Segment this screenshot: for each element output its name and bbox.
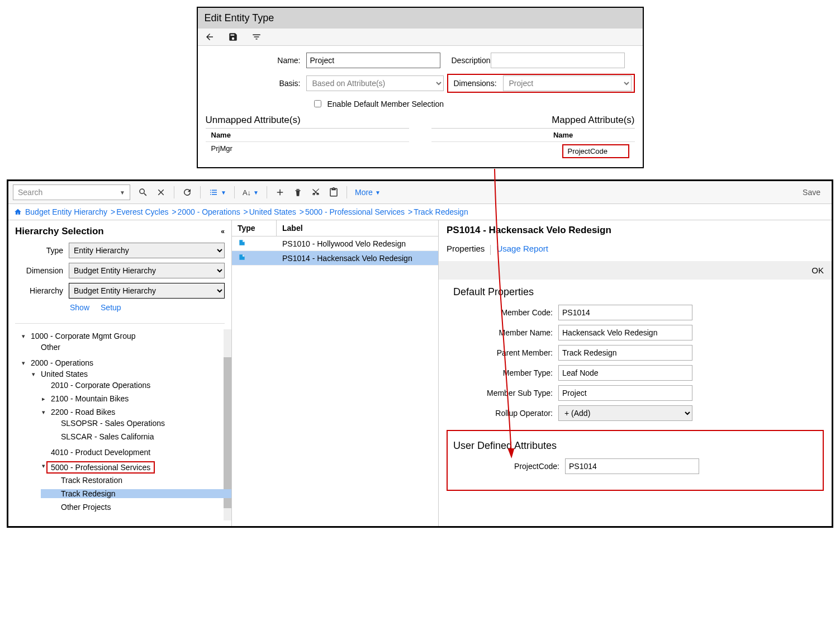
- leaf-icon: [238, 239, 246, 247]
- type-label: Type: [15, 246, 63, 255]
- home-icon[interactable]: [14, 208, 22, 216]
- more-button[interactable]: More ▼: [355, 188, 381, 197]
- member-type-label: Member Type:: [447, 368, 558, 377]
- crumb-4[interactable]: 5000 - Professional Services: [305, 207, 405, 216]
- tree-node[interactable]: Other Projects: [61, 500, 225, 514]
- tree-node[interactable]: 2200 - Road Bikes SLSOPSR - Sales Operat…: [51, 405, 225, 446]
- leaf-icon: [238, 253, 246, 261]
- list-icon: [208, 187, 219, 197]
- rollup-select[interactable]: + (Add): [558, 405, 692, 421]
- tree-node[interactable]: Track Restoration: [61, 474, 225, 487]
- save-button[interactable]: Save: [803, 188, 827, 197]
- setup-link[interactable]: Setup: [101, 303, 121, 312]
- properties-pane: PS1014 - Hackensack Velo Redesign Proper…: [439, 220, 832, 526]
- unmapped-name-hdr: Name: [206, 129, 409, 142]
- rollup-label: Rollup Operator:: [447, 409, 558, 418]
- back-icon[interactable]: [205, 32, 215, 42]
- delete-icon[interactable]: [293, 187, 303, 197]
- tab-properties[interactable]: Properties: [447, 244, 485, 255]
- tree-node[interactable]: 2010 - Corporate Operations: [51, 378, 225, 392]
- unmapped-table: Name PrjMgr: [206, 128, 409, 155]
- browser-toolbar: Search ▼ ▼ A↓ ▼ More ▼ Save: [8, 181, 832, 204]
- tree-node-highlight[interactable]: 5000 - Professional Services Track Resto…: [51, 459, 225, 516]
- hierarchy-select[interactable]: Budget Entity Hierarchy: [69, 283, 225, 299]
- list-item-label: PS1010 - Hollywood Velo Redesign: [277, 237, 438, 250]
- parent-member-field[interactable]: [558, 345, 692, 361]
- ok-button[interactable]: OK: [811, 266, 824, 275]
- hierarchy-selection-heading: Hierarchy Selection: [15, 226, 104, 237]
- filter-icon[interactable]: [251, 32, 262, 42]
- dimension-select[interactable]: Budget Entity Hierarchy: [69, 263, 225, 278]
- tree-node[interactable]: 2100 - Mountain Bikes: [51, 392, 225, 405]
- dimensions-select[interactable]: Project: [503, 75, 632, 91]
- mapped-name-hdr: Name: [431, 129, 635, 142]
- add-icon[interactable]: [275, 187, 285, 197]
- mid-label-hdr: Label: [277, 220, 438, 236]
- enable-default-checkbox[interactable]: [314, 100, 321, 107]
- type-select[interactable]: Entity Hierarchy: [69, 243, 225, 258]
- mapped-table: Name ProjectCode: [431, 128, 635, 160]
- member-code-field[interactable]: [558, 305, 692, 320]
- close-icon[interactable]: [156, 187, 166, 197]
- projectcode-field[interactable]: [565, 458, 699, 474]
- list-view-button[interactable]: ▼: [208, 187, 226, 197]
- member-subtype-label: Member Sub Type:: [447, 389, 558, 397]
- tab-usage-report[interactable]: Usage Report: [496, 244, 548, 255]
- tree-node-selected[interactable]: Track Redesign: [61, 487, 225, 500]
- dimensions-highlight: Dimensions: Project: [447, 74, 635, 93]
- sort-button[interactable]: A↓ ▼: [243, 188, 259, 197]
- cut-icon[interactable]: [311, 187, 321, 197]
- list-item[interactable]: PS1010 - Hollywood Velo Redesign: [232, 236, 438, 251]
- unmapped-heading: Unmapped Attribute(s): [206, 115, 409, 126]
- crumb-2[interactable]: 2000 - Operations: [178, 207, 240, 216]
- member-list: Type Label PS1010 - Hollywood Velo Redes…: [232, 220, 439, 526]
- member-type-field[interactable]: [558, 365, 692, 381]
- list-item-selected[interactable]: PS1014 - Hackensack Velo Redesign: [232, 251, 438, 266]
- sort-icon: A↓: [243, 188, 251, 197]
- tree-node[interactable]: SLSOPSR - Sales Operations: [61, 417, 225, 430]
- description-field[interactable]: [491, 53, 625, 68]
- crumb-5[interactable]: Track Redesign: [414, 207, 468, 216]
- mapped-row[interactable]: ProjectCode: [563, 145, 628, 157]
- list-item-label: PS1014 - Hackensack Velo Redesign: [277, 252, 438, 265]
- show-link[interactable]: Show: [70, 303, 89, 312]
- basis-select[interactable]: Based on Attribute(s): [306, 75, 444, 91]
- crumb-0[interactable]: Budget Entity Hierarchy: [25, 207, 107, 216]
- tree-node[interactable]: 2000 - Operations United States 2010 - C…: [31, 356, 225, 520]
- mapped-heading: Mapped Attribute(s): [431, 115, 635, 126]
- name-field[interactable]: [306, 53, 440, 68]
- projectcode-label: ProjectCode:: [453, 462, 565, 471]
- save-icon[interactable]: [228, 32, 238, 42]
- dialog-title: Edit Entity Type: [198, 8, 643, 29]
- search-placeholder: Search: [18, 188, 42, 197]
- tree-node[interactable]: SLSCAR - Sales California: [61, 430, 225, 443]
- member-subtype-field[interactable]: [558, 385, 692, 401]
- chevron-down-icon: ▼: [120, 190, 125, 196]
- collapse-icon[interactable]: «: [221, 228, 225, 235]
- hierarchy-label: Hierarchy: [15, 286, 63, 295]
- mapped-row-highlight: ProjectCode: [562, 144, 629, 158]
- tree-node[interactable]: 4010 - Product Development: [51, 446, 225, 459]
- search-icon[interactable]: [138, 187, 148, 197]
- paste-icon[interactable]: [329, 187, 339, 197]
- name-label: Name:: [206, 56, 306, 65]
- hierarchy-sidebar: Hierarchy Selection « Type Entity Hierar…: [8, 220, 232, 526]
- unmapped-row[interactable]: PrjMgr: [206, 142, 409, 155]
- member-name-field[interactable]: [558, 325, 692, 340]
- hierarchy-browser: Search ▼ ▼ A↓ ▼ More ▼ Save Budget Enti: [7, 179, 833, 528]
- dimension-label: Dimension: [15, 266, 63, 275]
- tree-node[interactable]: 1000 - Corporate Mgmt Group Other: [31, 329, 225, 356]
- hierarchy-tree: 1000 - Corporate Mgmt Group Other 2000 -…: [15, 323, 225, 520]
- crumb-3[interactable]: United States: [249, 207, 296, 216]
- enable-default-label: Enable Default Member Selection: [328, 100, 444, 108]
- tree-node[interactable]: United States 2010 - Corporate Operation…: [41, 367, 225, 518]
- refresh-icon[interactable]: [182, 187, 192, 197]
- more-label: More: [355, 188, 373, 197]
- user-defined-attributes: User Defined Attributes ProjectCode:: [447, 430, 824, 491]
- crumb-1[interactable]: Everest Cycles: [116, 207, 168, 216]
- tree-node[interactable]: Other: [41, 340, 225, 354]
- uda-heading: User Defined Attributes: [453, 440, 817, 452]
- dialog-toolbar: [198, 29, 643, 46]
- scrollbar-thumb[interactable]: [224, 357, 231, 508]
- search-input[interactable]: Search ▼: [13, 184, 130, 200]
